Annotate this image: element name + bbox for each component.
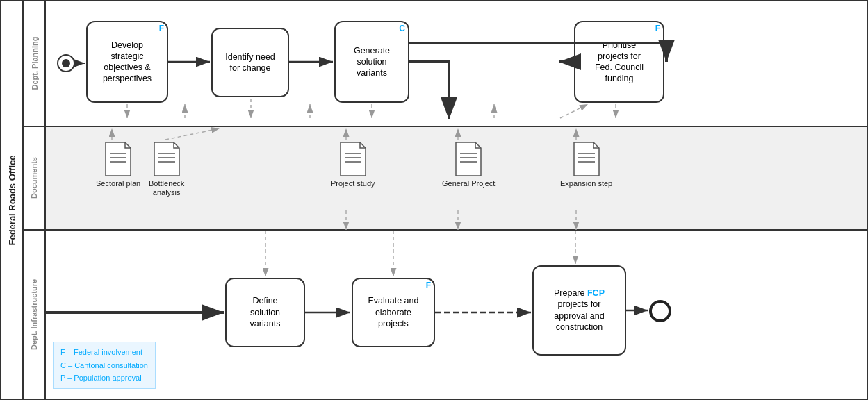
box-identify-label: Identify needfor change — [225, 51, 275, 74]
row-content-planning: Developstrategicobjectives &perspectives… — [46, 1, 867, 126]
box-define: Definesolutionvariants — [225, 278, 305, 347]
rows-container: Dept. Planning Developstrategicobjective… — [24, 1, 867, 399]
legend-box: F – Federal involvement C – Cantonal con… — [53, 342, 156, 389]
legend-item-f: F – Federal involvement — [60, 346, 148, 359]
doc-general-label: General Project — [442, 179, 495, 188]
box-evaluate: Evaluate andelaborateprojects F — [352, 278, 435, 347]
legend-item-p: P – Population approval — [60, 372, 148, 385]
box-evaluate-label: Evaluate andelaborateprojects — [368, 295, 419, 329]
box-generate: Generatesolutionvariants C — [334, 21, 409, 103]
doc-expansion-label: Expansion step — [560, 179, 612, 188]
box-prepare-label: Prepare FCPprojects forapproval andconst… — [554, 288, 605, 333]
svg-line-15 — [560, 104, 588, 118]
row-label-documents: Documents — [24, 127, 46, 229]
infra-arrows-svg — [46, 231, 867, 399]
doc-project-study: Project study — [331, 141, 375, 188]
box-prioritise: Prioritiseprojects forFed. Councilfundin… — [574, 21, 664, 103]
box-identify: Identify needfor change — [211, 28, 289, 97]
box-develop-label: Developstrategicobjectives &perspectives — [103, 40, 152, 85]
box-prioritise-corner: F — [655, 24, 660, 35]
doc-expansion: Expansion step — [560, 141, 612, 188]
box-evaluate-corner: F — [426, 281, 431, 292]
row-planning: Dept. Planning Developstrategicobjective… — [24, 1, 867, 127]
row-content-infrastructure: Definesolutionvariants Evaluate andelabo… — [46, 231, 867, 399]
doc-general: General Project — [442, 141, 495, 188]
doc-sectoral-label: Sectoral plan — [96, 179, 140, 188]
diagram-container: Federal Roads Office Dept. Planning Deve… — [0, 0, 868, 400]
row-label-planning: Dept. Planning — [24, 1, 46, 126]
box-prepare: Prepare FCPprojects forapproval andconst… — [532, 265, 626, 356]
doc-project-study-label: Project study — [331, 179, 375, 188]
row-label-infrastructure-text: Dept. Infrastructure — [30, 279, 38, 350]
row-label-planning-text: Dept. Planning — [30, 37, 38, 90]
doc-bottleneck: Bottleneckanalysis — [149, 141, 184, 197]
row-infrastructure: Dept. Infrastructure Definesolutionvaria… — [24, 231, 867, 399]
doc-sectoral: Sectoral plan — [96, 141, 140, 188]
box-develop: Developstrategicobjectives &perspectives… — [86, 21, 168, 103]
box-develop-corner: F — [159, 24, 164, 35]
box-generate-label: Generatesolutionvariants — [354, 45, 390, 79]
box-prioritise-label: Prioritiseprojects forFed. Councilfundin… — [595, 40, 644, 85]
svg-line-33 — [165, 128, 220, 140]
left-label-text: Federal Roads Office — [7, 155, 17, 245]
legend-item-c: C – Cantonal consultation — [60, 359, 148, 372]
left-label: Federal Roads Office — [1, 1, 24, 399]
fcp-label: FCP — [587, 288, 605, 298]
box-generate-corner: C — [399, 24, 405, 35]
row-documents: Documents Sectoral plan — [24, 127, 867, 231]
row-label-documents-text: Documents — [30, 157, 38, 199]
start-event — [57, 54, 75, 72]
planning-arrows-svg — [46, 1, 867, 126]
doc-bottleneck-label: Bottleneckanalysis — [149, 179, 184, 197]
row-label-infrastructure: Dept. Infrastructure — [24, 231, 46, 399]
row-content-documents: Sectoral plan Bottleneckanalysis — [46, 127, 867, 229]
end-event — [649, 300, 671, 322]
box-define-label: Definesolutionvariants — [250, 295, 281, 329]
